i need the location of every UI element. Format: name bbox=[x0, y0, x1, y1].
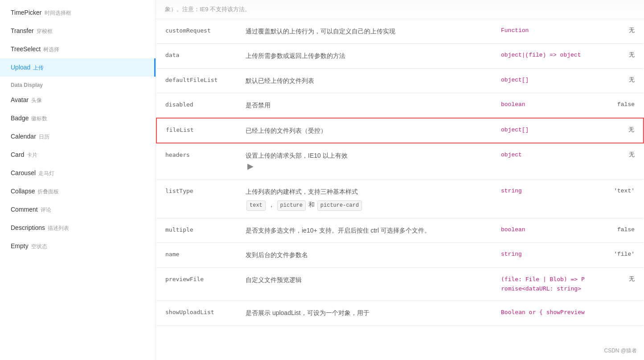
table-row-highlighted: fileList 已经上传的文件列表（受控） object[] 无 bbox=[156, 118, 644, 143]
prop-type: (file: File | Blob) => Promise<dataURL: … bbox=[492, 267, 599, 301]
sidebar-item-timepicker[interactable]: TimePicker 时间选择框 bbox=[0, 4, 156, 22]
prop-type: string bbox=[492, 243, 599, 267]
sidebar-item-badge[interactable]: Badge 徽标数 bbox=[0, 109, 156, 127]
sidebar-item-carousel[interactable]: Carousel 走马灯 bbox=[0, 164, 156, 182]
table-row: showUploadList 是否展示 uploadList，可设为一个对象，用… bbox=[156, 301, 644, 325]
prop-name: listType bbox=[156, 180, 237, 218]
sidebar-item-label-zh: 走马灯 bbox=[38, 169, 54, 177]
prop-default: 'text' bbox=[599, 180, 644, 218]
prop-type: boolean bbox=[492, 218, 599, 242]
sidebar-item-label-zh: 空状态 bbox=[31, 242, 47, 250]
table-row: name 发到后台的文件参数名 string 'file' bbox=[156, 243, 644, 267]
prop-default: 无 bbox=[599, 44, 644, 68]
prop-default: 'file' bbox=[599, 243, 644, 267]
sidebar-item-avatar[interactable]: Avatar 头像 bbox=[0, 91, 156, 109]
prop-name: multiple bbox=[156, 218, 237, 242]
sidebar-item-label-zh: 树选择 bbox=[43, 45, 59, 53]
sidebar-item-empty[interactable]: Empty 空状态 bbox=[0, 237, 156, 255]
sidebar-item-label-zh: 折叠面板 bbox=[37, 188, 59, 196]
table-row: multiple 是否支持多选文件，ie10+ 支持。开启后按住 ctrl 可选… bbox=[156, 218, 644, 242]
prop-type: boolean bbox=[492, 93, 599, 118]
cursor-icon: ▶ bbox=[247, 160, 254, 173]
prop-name: showUploadList bbox=[156, 301, 237, 325]
sidebar-item-label-en: Descriptions bbox=[11, 223, 45, 233]
prop-type: object bbox=[492, 143, 599, 180]
sidebar-item-label-zh: 描述列表 bbox=[48, 224, 69, 232]
prop-type: object[] bbox=[492, 68, 599, 93]
sidebar-item-label-en: Card bbox=[11, 150, 24, 160]
table-row: previewFile 自定义文件预览逻辑 (file: File | Blob… bbox=[156, 267, 644, 301]
sidebar-item-label-en: Empty bbox=[11, 241, 29, 251]
table-row: data 上传所需参数或返回上传参数的方法 object|(file) => o… bbox=[156, 44, 644, 68]
sidebar-item-collapse[interactable]: Collapse 折叠面板 bbox=[0, 182, 156, 200]
prop-default: false bbox=[599, 93, 644, 118]
prop-type: object[] bbox=[492, 118, 599, 143]
prop-desc: 是否禁用 bbox=[237, 93, 492, 118]
sidebar-item-label-zh: 上传 bbox=[33, 64, 44, 72]
sidebar-item-label-en: Comment bbox=[11, 205, 38, 214]
sidebar-item-label-en: Upload bbox=[11, 63, 30, 72]
prop-desc: 上传列表的内建样式，支持三种基本样式 text ， picture 和 pict… bbox=[237, 180, 492, 218]
prop-desc: 默认已经上传的文件列表 bbox=[237, 68, 492, 93]
prop-desc: 通过覆盖默认的上传行为，可以自定义自己的上传实现 bbox=[237, 19, 492, 44]
tag-picture: picture bbox=[277, 200, 306, 211]
prop-default: 无 bbox=[599, 19, 644, 44]
prop-name: customRequest bbox=[156, 19, 237, 44]
prop-default: 无 bbox=[599, 68, 644, 93]
sidebar-item-label-zh: 卡片 bbox=[27, 151, 37, 159]
sidebar-item-label-zh: 头像 bbox=[31, 96, 42, 104]
table-row: listType 上传列表的内建样式，支持三种基本样式 text ， pictu… bbox=[156, 180, 644, 218]
prop-default: 无 bbox=[599, 118, 644, 143]
prop-desc: 是否支持多选文件，ie10+ 支持。开启后按住 ctrl 可选择多个文件。 bbox=[237, 218, 492, 242]
prop-name: disabled bbox=[156, 93, 237, 118]
sidebar-item-descriptions[interactable]: Descriptions 描述列表 bbox=[0, 219, 156, 237]
prop-type: Boolean or { showPreview bbox=[492, 301, 599, 325]
table-row: defaultFileList 默认已经上传的文件列表 object[] 无 bbox=[156, 68, 644, 93]
prop-desc: 自定义文件预览逻辑 bbox=[237, 267, 492, 301]
sidebar-item-label-zh: 日历 bbox=[39, 133, 49, 141]
sidebar-item-label-en: Badge bbox=[11, 114, 29, 123]
prop-default: 无 bbox=[599, 143, 644, 180]
prop-default: false bbox=[599, 218, 644, 242]
prop-type: Function bbox=[492, 19, 599, 44]
sidebar-item-label-en: TimePicker bbox=[11, 8, 42, 17]
prop-default: 无 bbox=[599, 267, 644, 301]
sidebar-item-label-en: Avatar bbox=[11, 95, 29, 105]
sidebar-item-label-zh: 穿梭框 bbox=[37, 27, 53, 35]
sidebar-item-label-en: Transfer bbox=[11, 26, 34, 36]
tag-picture-card: picture-card bbox=[317, 200, 362, 211]
prop-desc: 已经上传的文件列表（受控） bbox=[237, 118, 492, 143]
sidebar-item-transfer[interactable]: Transfer 穿梭框 bbox=[0, 22, 156, 40]
sidebar-item-calendar[interactable]: Calendar 日历 bbox=[0, 127, 156, 146]
section-header-data-display: Data Display bbox=[0, 77, 156, 91]
prop-name: defaultFileList bbox=[156, 68, 237, 93]
prop-name: previewFile bbox=[156, 267, 237, 301]
sidebar-item-label-zh: 徽标数 bbox=[31, 115, 47, 123]
api-table: customRequest 通过覆盖默认的上传行为，可以自定义自己的上传实现 F… bbox=[156, 19, 644, 326]
sidebar-item-label-en: Collapse bbox=[11, 187, 35, 196]
prop-default bbox=[599, 301, 644, 325]
sidebar-item-treeselect[interactable]: TreeSelect 树选择 bbox=[0, 40, 156, 58]
table-row: headers 设置上传的请求头部，IE10 以上有效 ▶ object 无 bbox=[156, 143, 644, 180]
prop-desc: 设置上传的请求头部，IE10 以上有效 ▶ bbox=[237, 143, 492, 180]
sidebar-item-label-en: Calendar bbox=[11, 132, 36, 141]
sidebar-item-label-zh: 时间选择框 bbox=[45, 9, 71, 17]
prop-name: name bbox=[156, 243, 237, 267]
prop-name: fileList bbox=[156, 118, 237, 143]
sidebar-item-label-zh: 评论 bbox=[41, 206, 51, 214]
sidebar-item-upload[interactable]: Upload 上传 bbox=[0, 58, 156, 77]
prop-desc: 发到后台的文件参数名 bbox=[237, 243, 492, 267]
watermark: CSDN @猿者 bbox=[604, 347, 637, 355]
main-content: 象）。注意：IE9 不支持该方法。 customRequest 通过覆盖默认的上… bbox=[156, 0, 644, 360]
sidebar: TimePicker 时间选择框 Transfer 穿梭框 TreeSelect… bbox=[0, 0, 156, 360]
table-row: disabled 是否禁用 boolean false bbox=[156, 93, 644, 118]
sidebar-item-label-en: Carousel bbox=[11, 168, 36, 178]
prop-type: object|(file) => object bbox=[492, 44, 599, 68]
prop-desc: 是否展示 uploadList，可设为一个对象，用于 bbox=[237, 301, 492, 325]
sidebar-item-card[interactable]: Card 卡片 bbox=[0, 146, 156, 164]
prop-type: string bbox=[492, 180, 599, 218]
prop-name: data bbox=[156, 44, 237, 68]
table-row: customRequest 通过覆盖默认的上传行为，可以自定义自己的上传实现 F… bbox=[156, 19, 644, 44]
prop-desc: 上传所需参数或返回上传参数的方法 bbox=[237, 44, 492, 68]
sidebar-item-comment[interactable]: Comment 评论 bbox=[0, 200, 156, 219]
